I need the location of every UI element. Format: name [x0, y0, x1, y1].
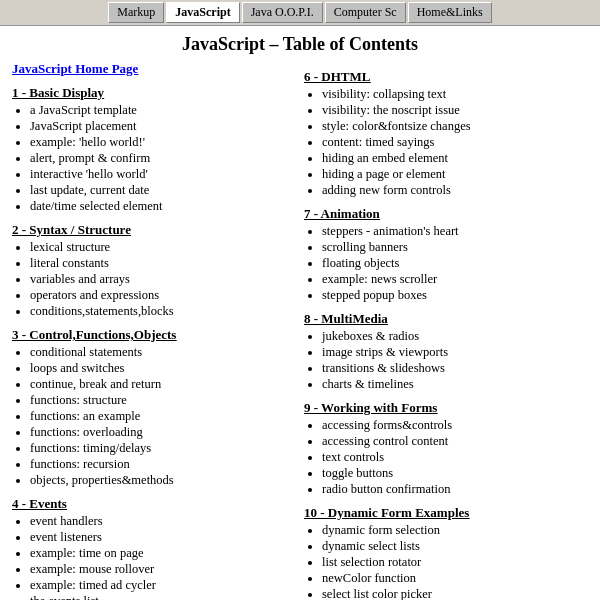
list-item-link[interactable]: stepped popup boxes [322, 288, 427, 302]
list-item-link[interactable]: floating objects [322, 256, 399, 270]
list-item-link[interactable]: lexical structure [30, 240, 110, 254]
list-item-link[interactable]: functions: structure [30, 393, 127, 407]
list-item-link[interactable]: transitions & slideshows [322, 361, 445, 375]
section-6-link[interactable]: 6 - DHTML [304, 69, 370, 84]
list-item: objects, properties&methods [30, 473, 296, 488]
list-item-link[interactable]: objects, properties&methods [30, 473, 174, 487]
list-item-link[interactable]: steppers - animation's heart [322, 224, 459, 238]
list-item-link[interactable]: conditions,statements,blocks [30, 304, 174, 318]
section-7-link[interactable]: 7 - Animation [304, 206, 380, 221]
section-9-title: 9 - Working with Forms [304, 400, 588, 416]
list-item: jukeboxes & radios [322, 329, 588, 344]
list-item: alert, prompt & confirm [30, 151, 296, 166]
section-7-list: steppers - animation's heart scrolling b… [322, 224, 588, 303]
list-item-link[interactable]: functions: overloading [30, 425, 143, 439]
list-item: event handlers [30, 514, 296, 529]
list-item-link[interactable]: interactive 'hello world' [30, 167, 148, 181]
list-item-link[interactable]: the events list [30, 594, 99, 600]
list-item-link[interactable]: loops and switches [30, 361, 124, 375]
list-item: charts & timelines [322, 377, 588, 392]
list-item: a JavaScript template [30, 103, 296, 118]
list-item: date/time selected element [30, 199, 296, 214]
list-item-link[interactable]: list selection rotator [322, 555, 421, 569]
list-item: visibility: collapsing text [322, 87, 588, 102]
list-item-link[interactable]: dynamic select lists [322, 539, 420, 553]
list-item: conditions,statements,blocks [30, 304, 296, 319]
list-item-link[interactable]: adding new form controls [322, 183, 451, 197]
list-item-link[interactable]: dynamic form selection [322, 523, 440, 537]
section-4-list: event handlers event listeners example: … [30, 514, 296, 600]
list-item-link[interactable]: example: news scroller [322, 272, 437, 286]
section-1-title: 1 - Basic Display [12, 85, 296, 101]
section-6-title: 6 - DHTML [304, 69, 588, 85]
list-item-link[interactable]: a JavaScript template [30, 103, 137, 117]
nav-tab-java-oopi[interactable]: Java O.O.P.I. [242, 2, 323, 23]
section-8-link[interactable]: 8 - MultiMedia [304, 311, 388, 326]
list-item: stepped popup boxes [322, 288, 588, 303]
list-item-link[interactable]: scrolling banners [322, 240, 408, 254]
page-container: JavaScript – Table of Contents JavaScrip… [0, 26, 600, 600]
list-item-link[interactable]: select list color picker [322, 587, 432, 600]
list-item: steppers - animation's heart [322, 224, 588, 239]
list-item-link[interactable]: event listeners [30, 530, 102, 544]
list-item-link[interactable]: radio button confirmation [322, 482, 450, 496]
list-item-link[interactable]: style: color&fontsize changes [322, 119, 471, 133]
list-item: list selection rotator [322, 555, 588, 570]
list-item-link[interactable]: charts & timelines [322, 377, 414, 391]
list-item-link[interactable]: literal constants [30, 256, 109, 270]
list-item-link[interactable]: example: mouse rollover [30, 562, 154, 576]
list-item-link[interactable]: JavaScript placement [30, 119, 137, 133]
list-item-link[interactable]: variables and arrays [30, 272, 130, 286]
list-item: visibility: the noscript issue [322, 103, 588, 118]
section-3-list: conditional statements loops and switche… [30, 345, 296, 488]
section-3-title: 3 - Control,Functions,Objects [12, 327, 296, 343]
list-item-link[interactable]: date/time selected element [30, 199, 163, 213]
list-item-link[interactable]: functions: timing/delays [30, 441, 151, 455]
list-item-link[interactable]: newColor function [322, 571, 416, 585]
list-item-link[interactable]: example: 'hello world!' [30, 135, 145, 149]
list-item: event listeners [30, 530, 296, 545]
list-item: functions: recursion [30, 457, 296, 472]
list-item-link[interactable]: toggle buttons [322, 466, 393, 480]
list-item: the events list [30, 594, 296, 600]
list-item-link[interactable]: functions: an example [30, 409, 140, 423]
section-4-link[interactable]: 4 - Events [12, 496, 67, 511]
list-item-link[interactable]: continue, break and return [30, 377, 161, 391]
list-item-link[interactable]: event handlers [30, 514, 103, 528]
list-item-link[interactable]: accessing control content [322, 434, 448, 448]
section-3-link[interactable]: 3 - Control,Functions,Objects [12, 327, 176, 342]
nav-tab-home-links[interactable]: Home&Links [408, 2, 492, 23]
list-item: operators and expressions [30, 288, 296, 303]
list-item-link[interactable]: hiding a page or element [322, 167, 446, 181]
section-10-link[interactable]: 10 - Dynamic Form Examples [304, 505, 469, 520]
nav-tab-computer-sc[interactable]: Computer Sc [325, 2, 406, 23]
nav-tab-javascript[interactable]: JavaScript [166, 2, 239, 23]
list-item: style: color&fontsize changes [322, 119, 588, 134]
list-item-link[interactable]: example: time on page [30, 546, 144, 560]
list-item-link[interactable]: conditional statements [30, 345, 142, 359]
list-item-link[interactable]: visibility: collapsing text [322, 87, 446, 101]
section-1-link[interactable]: 1 - Basic Display [12, 85, 104, 100]
list-item: accessing control content [322, 434, 588, 449]
list-item-link[interactable]: last update, current date [30, 183, 149, 197]
section-10-list: dynamic form selection dynamic select li… [322, 523, 588, 600]
list-item-link[interactable]: content: timed sayings [322, 135, 434, 149]
list-item-link[interactable]: visibility: the noscript issue [322, 103, 460, 117]
list-item-link[interactable]: alert, prompt & confirm [30, 151, 150, 165]
list-item: loops and switches [30, 361, 296, 376]
list-item-link[interactable]: functions: recursion [30, 457, 130, 471]
list-item-link[interactable]: hiding an embed element [322, 151, 448, 165]
home-link[interactable]: JavaScript Home Page [12, 61, 296, 77]
list-item-link[interactable]: example: timed ad cycler [30, 578, 156, 592]
list-item-link[interactable]: jukeboxes & radios [322, 329, 419, 343]
list-item-link[interactable]: text controls [322, 450, 384, 464]
section-6-list: visibility: collapsing text visibility: … [322, 87, 588, 198]
list-item-link[interactable]: accessing forms&controls [322, 418, 452, 432]
list-item-link[interactable]: image strips & viewports [322, 345, 448, 359]
list-item-link[interactable]: operators and expressions [30, 288, 159, 302]
top-nav: Markup JavaScript Java O.O.P.I. Computer… [0, 0, 600, 26]
list-item: example: time on page [30, 546, 296, 561]
nav-tab-markup[interactable]: Markup [108, 2, 164, 23]
section-2-link[interactable]: 2 - Syntax / Structure [12, 222, 131, 237]
section-9-link[interactable]: 9 - Working with Forms [304, 400, 437, 415]
